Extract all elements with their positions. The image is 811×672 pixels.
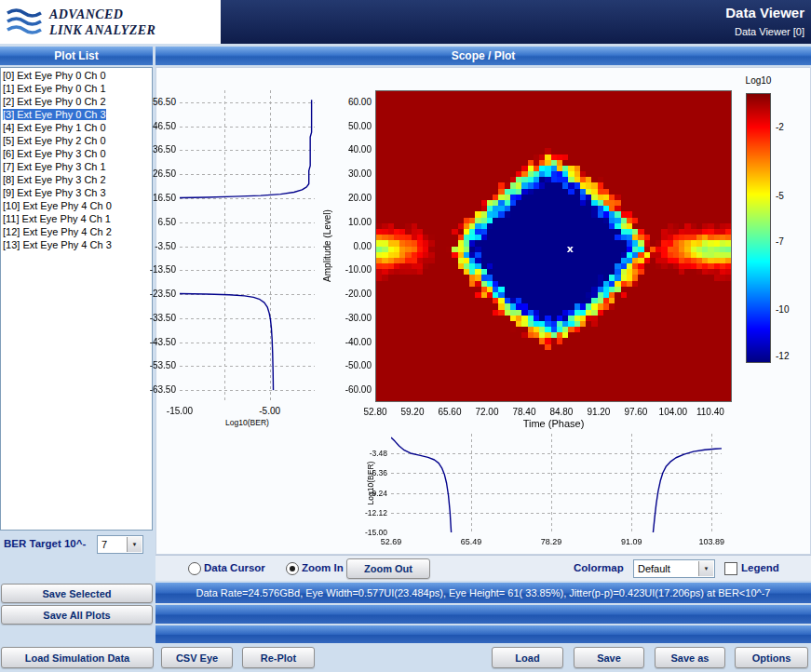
tick-label: 65.49 <box>449 536 493 547</box>
tick-label: 26.50 <box>139 168 176 180</box>
load-simulation-data-button[interactable]: Load Simulation Data <box>1 647 154 668</box>
tick-label: 52.69 <box>369 536 413 547</box>
tick-label: 10.00 <box>334 217 372 228</box>
tick-label: -20.00 <box>334 289 372 300</box>
tick-label: -43.50 <box>139 337 176 348</box>
tick-label: 60.00 <box>334 97 372 108</box>
tick-label: -13.50 <box>139 264 176 276</box>
csv-eye-button[interactable]: CSV Eye <box>161 647 233 668</box>
tick-label: 0.00 <box>334 241 372 252</box>
tick-label: -30.00 <box>334 313 372 324</box>
colorbar-tick: -10 <box>776 304 789 316</box>
tick-label: -60.00 <box>334 384 372 396</box>
save-button[interactable]: Save <box>574 647 644 668</box>
tick-label: -33.50 <box>139 313 176 324</box>
save-selected-button[interactable]: Save Selected <box>1 584 153 603</box>
re-plot-button[interactable]: Re-Plot <box>242 647 315 668</box>
legend-checkbox[interactable] <box>724 562 737 575</box>
tick-label: -10.00 <box>334 264 372 276</box>
colorbar-tick: -7 <box>776 236 784 248</box>
tick-label: 56.50 <box>139 97 176 108</box>
colorbar-tick: -2 <box>776 122 784 133</box>
eye-diagram-heatmap[interactable] <box>375 90 732 402</box>
tick-label: -5.00 <box>248 406 292 417</box>
tick-label: 16.50 <box>139 193 176 204</box>
tick-label: 103.89 <box>689 536 734 547</box>
eye-xlabel: Time (Phase) <box>498 418 610 429</box>
colorbar-tick: -12 <box>776 351 789 362</box>
tick-label: 36.50 <box>139 144 176 155</box>
legend-label: Legend <box>741 562 779 573</box>
zoom-in-label: Zoom In <box>302 562 344 573</box>
tick-label: 20.00 <box>334 193 372 204</box>
horizontal_bathtub <box>391 434 722 532</box>
tick-label: -63.50 <box>139 384 176 396</box>
tick-label: -23.50 <box>139 289 176 300</box>
tick-label: 50.00 <box>334 121 372 132</box>
options-button[interactable]: Options <box>735 647 808 668</box>
status-bar: Data Rate=24.576GBd, Eye Width=0.577UI(2… <box>155 583 811 603</box>
vertical_bathtub <box>180 90 315 402</box>
zoom-in-radio[interactable] <box>286 562 299 575</box>
colormap-value: Default <box>638 563 670 574</box>
colormap-dropdown[interactable]: Default ▼ <box>633 559 715 578</box>
tick-label: -53.50 <box>139 360 176 371</box>
load-button[interactable]: Load <box>492 647 563 668</box>
data-cursor-radio[interactable] <box>188 562 201 575</box>
tick-label: -40.00 <box>334 337 372 348</box>
tick-label: -15.00 <box>157 406 202 417</box>
app-window: ADVANCED LINK ANALYZER Data Viewer Data … <box>0 0 811 672</box>
tick-label: 40.00 <box>334 144 372 155</box>
tick-label: 46.50 <box>139 121 176 132</box>
tick-label: 30.00 <box>334 168 372 180</box>
colorbar-tick: -5 <box>776 191 784 202</box>
tick-label: 6.50 <box>139 217 176 228</box>
colormap-label: Colormap <box>574 562 624 573</box>
data-cursor-label: Data Cursor <box>204 562 265 573</box>
status-bar-row3 <box>155 625 811 643</box>
tick-label: -50.00 <box>334 360 372 371</box>
tick-label: 78.29 <box>529 536 574 547</box>
save-all-plots-button[interactable]: Save All Plots <box>1 605 153 625</box>
tick-label: -3.48 <box>350 448 387 459</box>
save-as-button[interactable]: Save as <box>655 647 725 668</box>
colorbar-title: Log10 <box>738 75 778 87</box>
horizontal-bathtub-ylabel: Log10(BER) <box>365 462 376 505</box>
status-text: Data Rate=24.576GBd, Eye Width=0.577UI(2… <box>196 587 771 598</box>
tick-label: 91.09 <box>609 536 654 547</box>
tick-label: -12.12 <box>350 507 387 518</box>
status-bar-row2 <box>155 605 811 624</box>
tick-label: -3.50 <box>139 241 176 252</box>
colorbar <box>746 93 771 363</box>
tick-label: 110.40 <box>688 407 733 418</box>
eye-ylabel: Amplitude (Level) <box>322 209 333 282</box>
zoom-out-button[interactable]: Zoom Out <box>346 558 430 579</box>
chevron-down-icon: ▼ <box>698 561 713 576</box>
vertical_bathtub-xlabel: Log10(BER) <box>206 417 290 428</box>
